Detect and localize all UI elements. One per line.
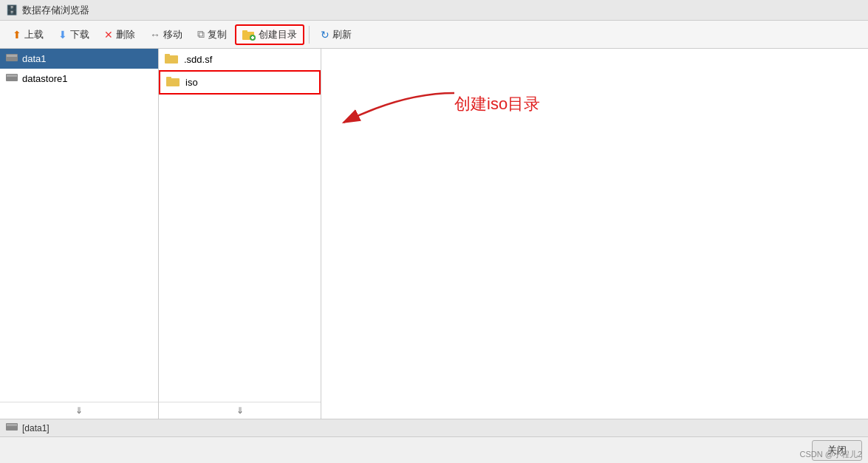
annotation-arrow	[329, 86, 462, 145]
annotation: 创建iso目录	[454, 93, 540, 115]
title-bar: 🗄️ 数据存储浏览器	[0, 0, 868, 21]
new-folder-icon	[242, 29, 256, 41]
delete-label: 删除	[116, 28, 135, 41]
file-item-iso[interactable]: iso	[159, 70, 321, 95]
svg-rect-4	[252, 36, 253, 39]
folder-icon-iso	[166, 75, 181, 89]
toolbar-separator	[309, 26, 310, 44]
svg-rect-12	[166, 77, 171, 79]
middle-panel: .sdd.sf iso ⇓	[159, 49, 321, 419]
annotation-text: 创建iso目录	[454, 95, 540, 113]
move-label: 移动	[163, 28, 182, 41]
status-path: [data1]	[22, 423, 49, 433]
left-scroll-down[interactable]: ⇓	[0, 402, 158, 419]
file-name-iso: iso	[185, 77, 198, 88]
refresh-button[interactable]: ↻ 刷新	[314, 25, 358, 44]
download-button[interactable]: ⬇ 下载	[52, 25, 96, 44]
svg-rect-1	[242, 30, 247, 32]
window-title: 数据存储浏览器	[22, 4, 89, 17]
left-panel: data1 datastore1 ⇓	[0, 49, 159, 419]
main-content: data1 datastore1 ⇓	[0, 49, 868, 419]
move-button[interactable]: ↔ 移动	[143, 25, 189, 44]
datastore-item-data1[interactable]: data1	[0, 49, 158, 69]
right-panel: 创建iso目录	[321, 49, 868, 419]
datastore-icon-data1	[6, 52, 18, 65]
status-bar: [data1]	[0, 419, 868, 436]
copy-button[interactable]: ⧉ 复制	[191, 25, 233, 44]
svg-rect-15	[7, 424, 17, 426]
datastore-label-datastore1: datastore1	[22, 73, 67, 84]
svg-rect-9	[165, 55, 178, 64]
svg-rect-8	[7, 75, 17, 77]
bottom-bar: 关闭 CSDN @小程儿2	[0, 436, 868, 463]
upload-button[interactable]: ⬆ 上载	[6, 25, 50, 44]
datastore-icon-datastore1	[6, 72, 18, 85]
datastore-item-datastore1[interactable]: datastore1	[0, 69, 158, 89]
file-name-sdd: .sdd.sf	[184, 54, 212, 65]
refresh-icon: ↻	[321, 29, 329, 41]
download-label: 下载	[70, 28, 89, 41]
delete-button[interactable]: ✕ 删除	[98, 25, 142, 44]
move-icon: ↔	[150, 29, 160, 41]
svg-rect-11	[166, 78, 180, 86]
svg-rect-6	[7, 55, 17, 57]
datastore-label-data1: data1	[22, 53, 47, 64]
toolbar: ⬆ 上载 ⬇ 下载 ✕ 删除 ↔ 移动 ⧉ 复制 创建目录 ↻ 刷新	[0, 21, 868, 49]
upload-label: 上载	[24, 28, 44, 41]
copy-icon: ⧉	[197, 28, 205, 41]
new-folder-label: 创建目录	[259, 28, 297, 41]
close-button[interactable]: 关闭	[812, 440, 862, 461]
status-icon	[6, 422, 18, 434]
refresh-label: 刷新	[332, 28, 352, 41]
file-item-sdd[interactable]: .sdd.sf	[159, 49, 321, 70]
svg-rect-10	[165, 54, 170, 56]
delete-icon: ✕	[104, 29, 113, 41]
folder-icon-sdd	[165, 52, 180, 66]
new-folder-button[interactable]: 创建目录	[235, 24, 304, 45]
middle-scroll-down[interactable]: ⇓	[159, 402, 321, 419]
window-icon: 🗄️	[6, 4, 18, 16]
copy-label: 复制	[208, 28, 227, 41]
download-icon: ⬇	[58, 29, 67, 41]
upload-icon: ⬆	[13, 29, 21, 41]
datastore-list: data1 datastore1	[0, 49, 158, 402]
file-list: .sdd.sf iso	[159, 49, 321, 402]
